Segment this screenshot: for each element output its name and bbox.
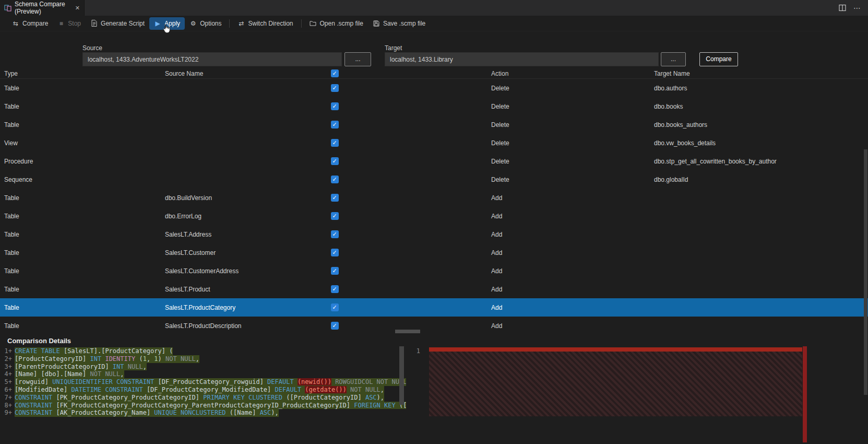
table-row[interactable]: Table Delete dbo.authors xyxy=(0,79,868,97)
header-source-name[interactable]: Source Name xyxy=(165,70,324,77)
source-browse-button[interactable]: ... xyxy=(344,52,371,66)
include-checkbox[interactable] xyxy=(331,267,339,275)
include-checkbox[interactable] xyxy=(331,230,339,238)
apply-label: Apply xyxy=(164,20,180,27)
toolbar-divider xyxy=(301,19,302,28)
table-row[interactable]: Table SalesLT.Address Add xyxy=(0,225,868,243)
results-grid: Type Source Name Action Target Name Tabl… xyxy=(0,68,868,335)
cell-target-name: dbo.authors xyxy=(654,85,868,92)
open-file-icon xyxy=(310,20,317,27)
play-icon: ▶ xyxy=(154,20,161,27)
diff-left-pane[interactable]: 1+CREATE TABLE [SalesLT].[ProductCategor… xyxy=(0,346,406,442)
include-checkbox[interactable] xyxy=(331,249,339,256)
tab-schema-compare[interactable]: Schema Compare (Preview) ✕ xyxy=(0,0,85,16)
apply-button[interactable]: ▶ Apply xyxy=(149,17,185,30)
generate-script-button[interactable]: Generate Script xyxy=(86,17,149,30)
cell-action: Delete xyxy=(491,158,654,165)
table-row[interactable]: Sequence Delete dbo.globalId xyxy=(0,170,868,189)
stop-button[interactable]: ■ Stop xyxy=(53,17,86,30)
code-line: 2+[ProductCategoryID] INT IDENTITY (1, 1… xyxy=(0,355,406,363)
table-row[interactable]: Table dbo.ErrorLog Add xyxy=(0,207,868,225)
cell-action: Delete xyxy=(491,103,654,110)
save-icon xyxy=(373,20,380,27)
target-label: Target xyxy=(385,44,402,52)
removed-region xyxy=(429,347,802,416)
save-scmp-label: Save .scmp file xyxy=(383,20,425,27)
include-checkbox[interactable] xyxy=(331,157,339,165)
split-editor-icon[interactable] xyxy=(839,4,846,11)
include-checkbox[interactable] xyxy=(331,84,339,92)
table-row[interactable]: Table dbo.BuildVersion Add xyxy=(0,189,868,207)
cell-target-name: dbo.vw_books_details xyxy=(654,139,868,147)
cell-action: Add xyxy=(491,267,654,275)
script-icon xyxy=(90,20,98,27)
generate-script-label: Generate Script xyxy=(101,20,145,27)
table-row[interactable]: Table Delete dbo.books xyxy=(0,97,868,115)
cell-type: Table xyxy=(0,267,165,275)
save-scmp-button[interactable]: Save .scmp file xyxy=(368,17,430,30)
header-type[interactable]: Type xyxy=(0,70,165,77)
table-row[interactable]: Table SalesLT.Customer Add xyxy=(0,243,868,262)
compare-action-button[interactable]: Compare xyxy=(699,52,738,66)
table-row[interactable]: Table SalesLT.ProductDescription Add xyxy=(0,317,868,335)
overview-ruler-removed xyxy=(803,346,807,442)
more-actions-icon[interactable]: ⋯ xyxy=(853,4,861,11)
include-checkbox[interactable] xyxy=(331,212,339,220)
compare-button[interactable]: ⇆ Compare xyxy=(7,17,53,30)
table-row[interactable]: View Delete dbo.vw_books_details xyxy=(0,134,868,152)
cell-source-name: SalesLT.Customer xyxy=(165,249,324,256)
options-button[interactable]: ⚙ Options xyxy=(185,17,226,30)
table-row[interactable]: Table SalesLT.ProductCategory Add xyxy=(0,298,868,317)
cell-action: Add xyxy=(491,213,654,220)
include-checkbox[interactable] xyxy=(331,322,339,330)
cell-action: Add xyxy=(491,194,654,202)
cell-source-name: dbo.ErrorLog xyxy=(165,213,324,220)
tab-title: Schema Compare (Preview) xyxy=(15,1,72,15)
table-row[interactable]: Procedure Delete dbo.stp_get_all_cowritt… xyxy=(0,152,868,170)
cell-type: Table xyxy=(0,85,165,92)
cell-action: Delete xyxy=(491,176,654,183)
select-all-checkbox[interactable] xyxy=(331,69,339,77)
cell-type: Table xyxy=(0,103,165,110)
diff-right-pane[interactable]: 1 xyxy=(406,346,868,442)
cell-action: Add xyxy=(491,322,654,330)
cell-checkbox xyxy=(324,157,345,165)
table-row[interactable]: Table SalesLT.CustomerAddress Add xyxy=(0,262,868,280)
diff-left-scrollbar[interactable] xyxy=(399,346,404,405)
cell-source-name: SalesLT.Address xyxy=(165,231,324,238)
stop-label: Stop xyxy=(68,20,81,27)
open-scmp-button[interactable]: Open .scmp file xyxy=(305,17,368,30)
schema-compare-toolbar: ⇆ Compare ■ Stop Generate Script ▶ Apply… xyxy=(0,16,868,31)
gear-icon: ⚙ xyxy=(189,20,197,27)
cell-checkbox xyxy=(324,102,345,110)
code-line: 7+CONSTRAINT [PK_ProductCategory_Product… xyxy=(0,394,406,402)
grid-horizontal-scrollbar[interactable] xyxy=(395,330,420,333)
tab-close-icon[interactable]: ✕ xyxy=(75,5,80,11)
cell-checkbox xyxy=(324,285,345,293)
table-row[interactable]: Table Delete dbo.books_authors xyxy=(0,115,868,134)
include-checkbox[interactable] xyxy=(331,121,339,128)
source-input[interactable] xyxy=(82,52,342,66)
cell-checkbox xyxy=(324,84,345,92)
include-checkbox[interactable] xyxy=(331,139,339,147)
include-checkbox[interactable] xyxy=(331,303,339,311)
code-line: 3+[ParentProductCategoryID] INT NULL, xyxy=(0,363,406,371)
compare-icon: ⇆ xyxy=(12,20,19,27)
header-target-name[interactable]: Target Name xyxy=(654,70,868,77)
table-row[interactable]: Table SalesLT.Product Add xyxy=(0,280,868,298)
include-checkbox[interactable] xyxy=(331,176,339,183)
include-checkbox[interactable] xyxy=(331,285,339,293)
header-action[interactable]: Action xyxy=(491,70,654,77)
diff-left-code: 1+CREATE TABLE [SalesLT].[ProductCategor… xyxy=(0,347,406,417)
target-input[interactable] xyxy=(385,52,659,66)
toolbar-divider xyxy=(229,19,230,28)
grid-rows: Table Delete dbo.authors Table Delete db… xyxy=(0,79,868,335)
cell-checkbox xyxy=(324,212,345,220)
target-browse-button[interactable]: ... xyxy=(661,52,686,66)
include-checkbox[interactable] xyxy=(331,102,339,110)
header-checkbox-cell xyxy=(324,69,345,77)
include-checkbox[interactable] xyxy=(331,194,339,202)
switch-direction-button[interactable]: ⇄ Switch Direction xyxy=(233,17,298,30)
cell-type: Table xyxy=(0,194,165,202)
cell-source-name: SalesLT.Product xyxy=(165,286,324,293)
